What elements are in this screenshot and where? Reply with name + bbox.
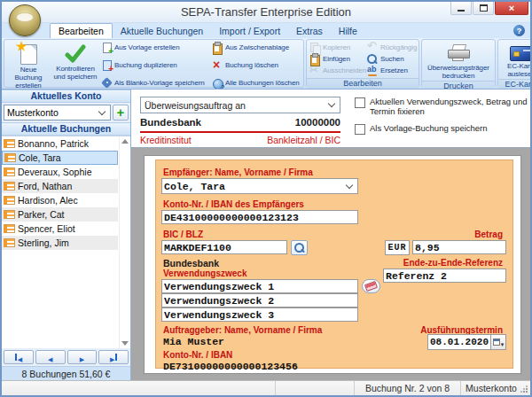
calendar-icon — [493, 339, 500, 346]
statusbar: Buchung Nr. 2 von 8 Musterkonto — [2, 380, 530, 395]
recipient-name-select[interactable]: Cole, Tara — [161, 178, 358, 194]
kreditinstitut-label: Kreditinstitut — [140, 135, 192, 145]
search-icon — [367, 54, 379, 65]
help-button[interactable]: ? — [513, 25, 525, 36]
add-account-button[interactable] — [113, 105, 129, 121]
booking-list-item[interactable]: Hardison, Alec — [2, 193, 118, 207]
bic-input[interactable] — [161, 240, 287, 254]
minimize-button[interactable] — [450, 2, 472, 15]
calendar-button[interactable] — [491, 334, 506, 350]
save-as-template-checkbox[interactable] — [355, 124, 365, 135]
principal-name-label: Auftraggeber: Name, Vorname / Firma — [163, 325, 322, 335]
resize-grip[interactable] — [521, 381, 530, 395]
booking-list-item[interactable]: Ford, Nathan — [2, 179, 118, 193]
star-icon — [16, 41, 27, 52]
purpose-clear-button[interactable] — [362, 279, 380, 293]
recipient-name-label: Empfänger: Name, Vorname / Firma — [163, 167, 313, 177]
from-template-button[interactable]: Aus Vorlage erstellen — [100, 42, 210, 53]
recipient-iban-input[interactable] — [161, 210, 358, 224]
purpose-line1-input[interactable] — [161, 279, 358, 293]
tab-bearbeiten[interactable]: Bearbeiten — [50, 23, 113, 38]
scroll-down-icon[interactable] — [121, 341, 129, 346]
list-scrollbar[interactable] — [119, 136, 130, 348]
read-ec-card-button[interactable]: EC-Karte auslesen — [500, 41, 530, 78]
ribbon-group-label-drucken: Drucken — [422, 81, 495, 90]
order-type-select[interactable]: Überweisungsauftrag an — [140, 97, 340, 113]
booking-list-item-selected[interactable]: Cole, Tara — [2, 151, 118, 165]
booking-list-item[interactable]: Parker, Cat — [2, 207, 118, 222]
e2e-reference-input[interactable] — [383, 269, 506, 283]
app-logo-coin-icon — [9, 4, 41, 36]
first-booking-button[interactable] — [4, 350, 34, 364]
principal-name-value: Mia Muster — [163, 336, 224, 347]
transfer-form-paper: Empfänger: Name, Vorname / Firma Cole, T… — [144, 155, 521, 374]
last-icon — [110, 349, 114, 365]
bank-caption-row: Kreditinstitut Bankleitzahl / BIC — [140, 135, 340, 145]
booking-list-item[interactable]: Deveraux, Sophie — [2, 165, 118, 179]
chevron-down-icon — [328, 100, 335, 107]
chevron-down-icon — [346, 181, 353, 188]
bic-bank-name: Bundesbank — [163, 258, 219, 269]
copy-icon — [309, 43, 321, 53]
undo-button[interactable]: Rückgängig — [366, 42, 417, 53]
fix-purpose-checkbox[interactable] — [355, 97, 365, 108]
check-and-save-button[interactable]: Kontrollieren und speichern — [51, 41, 99, 90]
booking-list-item[interactable]: Sterling, Jim — [2, 236, 118, 250]
close-button[interactable]: × — [495, 2, 528, 15]
new-document-icon — [20, 44, 37, 65]
maximize-button[interactable] — [473, 2, 494, 15]
minimize-icon — [458, 10, 465, 12]
transfer-form: Empfänger: Name, Vorname / Firma Cole, T… — [155, 160, 513, 369]
principal-iban-label: Konto-Nr. / IBAN — [163, 350, 232, 360]
ribbon-group-bearbeiten: Kopieren Einfügen Ausschneiden Rückgängi… — [306, 39, 419, 88]
delete-booking-button[interactable]: Buchung löschen — [211, 59, 301, 71]
sidebar: Aktuelles Konto Musterkonto Aktuelle Buc… — [2, 90, 131, 380]
account-select-value: Musterkonto — [7, 107, 59, 118]
previous-icon — [48, 349, 52, 365]
tab-hilfe[interactable]: Hilfe — [331, 24, 365, 38]
tab-import-export[interactable]: Import / Export — [211, 24, 288, 38]
booking-list-item[interactable]: Spencer, Eliot — [2, 222, 118, 236]
tab-extras[interactable]: Extras — [288, 24, 331, 38]
window-controls: × — [450, 2, 528, 15]
tab-aktuelle-buchungen[interactable]: Aktuelle Buchungen — [113, 24, 211, 38]
last-booking-button[interactable] — [98, 350, 129, 364]
account-select[interactable]: Musterkonto — [4, 105, 111, 121]
ec-card-icon — [510, 46, 530, 61]
duplicate-booking-button[interactable]: Buchung duplizieren — [100, 59, 210, 71]
replace-button[interactable]: Ersetzen — [366, 65, 417, 76]
cut-button[interactable]: Ausschneiden — [309, 65, 365, 76]
previous-booking-button[interactable] — [35, 350, 66, 364]
bic-search-button[interactable] — [291, 240, 308, 255]
maximize-icon — [480, 4, 488, 12]
purpose-line2-input[interactable] — [161, 293, 358, 307]
delete-x-icon — [212, 60, 223, 71]
delete-all-bookings-button[interactable]: Alle Buchungen löschen — [211, 77, 301, 89]
status-account-name: Musterkonto — [461, 381, 521, 395]
scroll-up-icon[interactable] — [121, 139, 129, 144]
blz-bic-label: Bankleitzahl / BIC — [267, 135, 340, 145]
save-blank-template-button[interactable]: Als Blanko-Vorlage speichern — [100, 77, 210, 89]
undo-arrow-icon — [367, 43, 379, 53]
order-header-panel: Überweisungsauftrag an Bundesbank 100000… — [131, 90, 530, 148]
from-clipboard-button[interactable]: Aus Zwischenablage — [211, 42, 301, 53]
booking-form-icon — [4, 196, 15, 205]
search-button[interactable]: Suchen — [366, 53, 417, 65]
booking-form-icon — [4, 182, 15, 191]
duplicate-icon — [101, 60, 113, 71]
booking-navigation — [2, 348, 130, 366]
bic-blz-label: BIC / BLZ — [163, 230, 203, 239]
delete-all-icon — [212, 78, 223, 89]
booking-form-icon — [4, 139, 15, 148]
purpose-line3-input[interactable] — [161, 307, 358, 322]
booking-list-item[interactable]: Bonanno, Patrick — [2, 136, 118, 151]
new-booking-button[interactable]: Neue Buchung erstellen — [6, 41, 51, 90]
plus-icon — [117, 105, 125, 121]
next-booking-button[interactable] — [67, 350, 98, 364]
print-transfer-forms-button[interactable]: Überweisungsträger bedrucken — [424, 41, 493, 80]
amount-input[interactable] — [412, 240, 506, 254]
execution-date-input[interactable]: 08.01.2020 — [427, 334, 491, 350]
e2e-reference-label: Ende-zu-Ende-Referenz — [403, 258, 503, 268]
green-check-icon — [65, 44, 86, 64]
copy-button[interactable]: Kopieren — [309, 42, 365, 53]
